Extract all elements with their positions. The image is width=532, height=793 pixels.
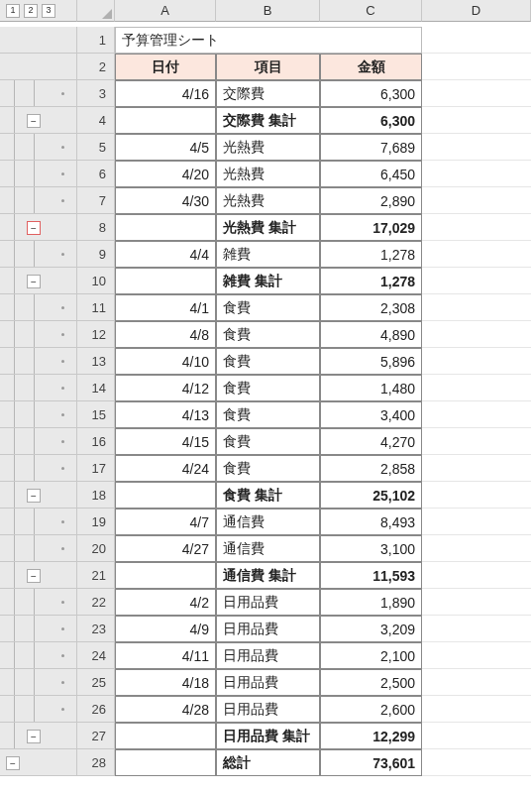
row-header-6[interactable]: 6 [77,161,115,187]
cell-date[interactable] [115,482,216,509]
row-header-28[interactable]: 28 [77,749,115,776]
cell-date[interactable] [115,107,216,134]
cell-amount[interactable]: 2,890 [320,187,422,214]
row-header-14[interactable]: 14 [77,375,115,401]
row-header-22[interactable]: 22 [77,589,115,616]
cell-empty-d[interactable] [422,723,531,749]
cell-empty-d[interactable] [422,509,531,535]
cell-empty-d[interactable] [422,375,531,401]
row-header-16[interactable]: 16 [77,428,115,455]
row-header-13[interactable]: 13 [77,348,115,375]
row-header-18[interactable]: 18 [77,482,115,509]
cell-item[interactable]: 食費 [216,294,320,321]
cell-amount[interactable]: 73,601 [320,749,422,776]
cell-item[interactable]: 食費 [216,375,320,401]
outline-collapse-button[interactable]: − [27,730,41,743]
cell-date[interactable] [115,562,216,589]
cell-item[interactable]: 交際費 集計 [216,107,320,134]
header-item[interactable]: 項目 [216,54,320,80]
cell-amount[interactable]: 2,600 [320,696,422,723]
cell-d1[interactable] [422,27,531,54]
cell-amount[interactable]: 3,400 [320,401,422,428]
cell-date[interactable] [115,723,216,749]
cell-empty-d[interactable] [422,187,531,214]
cell-empty-d[interactable] [422,214,531,241]
cell-empty-d[interactable] [422,268,531,294]
column-header-d[interactable]: D [422,0,531,22]
row-header-4[interactable]: 4 [77,107,115,134]
cell-item[interactable]: 食費 [216,428,320,455]
header-date[interactable]: 日付 [115,54,216,80]
cell-amount[interactable]: 3,100 [320,535,422,562]
cell-date[interactable]: 4/28 [115,696,216,723]
row-header-1[interactable]: 1 [77,27,115,54]
cell-date[interactable]: 4/8 [115,321,216,348]
cell-item[interactable]: 食費 [216,321,320,348]
cell-empty-d[interactable] [422,589,531,616]
cell-empty-d[interactable] [422,482,531,509]
cell-item[interactable]: 日用品費 [216,669,320,696]
row-header-2[interactable]: 2 [77,54,115,80]
row-header-23[interactable]: 23 [77,616,115,642]
column-header-a[interactable]: A [115,0,216,22]
select-all-corner[interactable] [77,0,115,22]
cell-item[interactable]: 食費 [216,455,320,482]
cell-empty-d[interactable] [422,696,531,723]
cell-item[interactable]: 日用品費 [216,696,320,723]
row-header-20[interactable]: 20 [77,535,115,562]
cell-amount[interactable]: 4,270 [320,428,422,455]
cell-amount[interactable]: 6,450 [320,161,422,187]
cell-empty-d[interactable] [422,455,531,482]
cell-amount[interactable]: 1,480 [320,375,422,401]
cell-date[interactable]: 4/2 [115,589,216,616]
row-header-26[interactable]: 26 [77,696,115,723]
cell-item[interactable]: 食費 [216,348,320,375]
cell-item[interactable]: 食費 [216,401,320,428]
cell-empty-d[interactable] [422,348,531,375]
row-header-5[interactable]: 5 [77,134,115,161]
row-header-17[interactable]: 17 [77,455,115,482]
cell-amount[interactable]: 8,493 [320,509,422,535]
outline-collapse-button[interactable]: − [27,221,41,235]
outline-level-3-button[interactable]: 3 [42,4,55,18]
row-header-19[interactable]: 19 [77,509,115,535]
cell-empty-d[interactable] [422,642,531,669]
cell-item[interactable]: 光熱費 [216,187,320,214]
cell-amount[interactable]: 6,300 [320,107,422,134]
cell-item[interactable]: 交際費 [216,80,320,107]
cell-item[interactable]: 日用品費 集計 [216,723,320,749]
outline-collapse-button[interactable]: − [27,114,41,128]
row-header-12[interactable]: 12 [77,321,115,348]
cell-amount[interactable]: 1,278 [320,268,422,294]
cell-date[interactable]: 4/15 [115,428,216,455]
cell-date[interactable]: 4/12 [115,375,216,401]
cell-empty-d[interactable] [422,616,531,642]
cell-empty-d[interactable] [422,134,531,161]
cell-date[interactable]: 4/20 [115,161,216,187]
cell-date[interactable]: 4/27 [115,535,216,562]
row-header-10[interactable]: 10 [77,268,115,294]
cell-item[interactable]: 総計 [216,749,320,776]
cell-date[interactable]: 4/24 [115,455,216,482]
cell-item[interactable]: 光熱費 集計 [216,214,320,241]
cell-amount[interactable]: 3,209 [320,616,422,642]
cell-empty-d[interactable] [422,80,531,107]
cell-amount[interactable]: 12,299 [320,723,422,749]
outline-collapse-button[interactable]: − [27,275,41,288]
row-header-9[interactable]: 9 [77,241,115,268]
column-header-c[interactable]: C [320,0,422,22]
column-header-b[interactable]: B [216,0,320,22]
cell-empty-d[interactable] [422,107,531,134]
cell-amount[interactable]: 25,102 [320,482,422,509]
cell-amount[interactable]: 2,500 [320,669,422,696]
cell-date[interactable] [115,214,216,241]
row-header-27[interactable]: 27 [77,723,115,749]
cell-date[interactable]: 4/30 [115,187,216,214]
cell-item[interactable]: 食費 集計 [216,482,320,509]
row-header-7[interactable]: 7 [77,187,115,214]
outline-collapse-button[interactable]: − [27,569,41,583]
cell-date[interactable] [115,268,216,294]
cell-amount[interactable]: 5,896 [320,348,422,375]
cell-empty-d[interactable] [422,562,531,589]
cell-amount[interactable]: 2,100 [320,642,422,669]
